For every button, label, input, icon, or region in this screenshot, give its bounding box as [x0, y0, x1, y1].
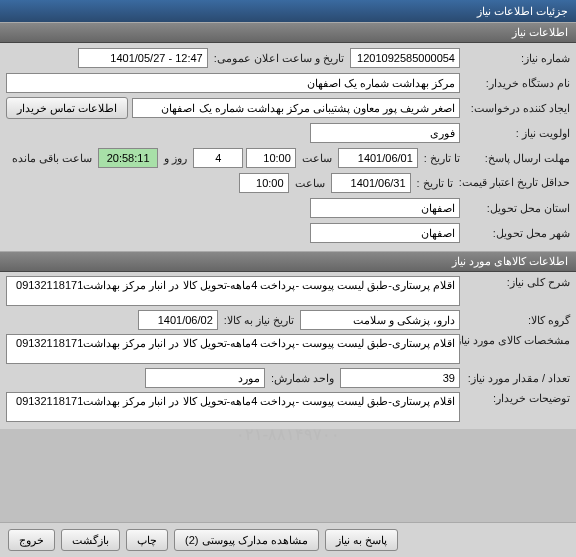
validity-time-label: ساعت — [289, 177, 331, 190]
buyer-field[interactable] — [6, 73, 460, 93]
print-button[interactable]: چاپ — [126, 529, 168, 551]
city-label: شهر محل تحویل: — [460, 227, 570, 240]
goods-unit-field[interactable] — [145, 368, 265, 388]
bottom-toolbar: پاسخ به نیاز مشاهده مدارک پیوستی (2) چاپ… — [0, 522, 576, 557]
remain-days-field — [193, 148, 243, 168]
province-field[interactable] — [310, 198, 460, 218]
goods-spec-field[interactable] — [6, 334, 460, 364]
reply-deadline-label: مهلت ارسال پاسخ: — [460, 152, 570, 165]
goods-spec-label: مشخصات کالای مورد نیاز: — [460, 334, 570, 347]
reply-to-date-label: تا تاریخ : — [418, 152, 460, 165]
attachments-button[interactable]: مشاهده مدارک پیوستی (2) — [174, 529, 319, 551]
window-titlebar: جزئیات اطلاعات نیاز — [0, 0, 576, 22]
goods-qty-label: تعداد / مقدار مورد نیاز: — [460, 372, 570, 385]
validity-to-date-field[interactable] — [331, 173, 411, 193]
buyer-label: نام دستگاه خریدار: — [460, 77, 570, 90]
creator-field[interactable] — [132, 98, 460, 118]
section-need-info: اطلاعات نیاز — [0, 22, 576, 43]
buyer-notes-field[interactable] — [6, 392, 460, 422]
remain-days-label: روز و — [158, 152, 193, 165]
goods-group-field[interactable] — [300, 310, 460, 330]
goods-qty-field[interactable] — [340, 368, 460, 388]
reply-time-field[interactable] — [246, 148, 296, 168]
buyer-notes-label: توضیحات خریدار: — [460, 392, 570, 405]
priority-field[interactable] — [310, 123, 460, 143]
respond-button[interactable]: پاسخ به نیاز — [325, 529, 398, 551]
priority-label: اولویت نیاز : — [460, 127, 570, 140]
need-number-label: شماره نیاز: — [460, 52, 570, 65]
goods-unit-label: واحد شمارش: — [265, 372, 340, 385]
back-button[interactable]: بازگشت — [61, 529, 120, 551]
city-field[interactable] — [310, 223, 460, 243]
remain-label: ساعت باقی مانده — [6, 152, 98, 165]
window-title: جزئیات اطلاعات نیاز — [477, 5, 568, 18]
reply-to-date-field[interactable] — [338, 148, 418, 168]
validity-to-date-label: تا تاریخ : — [411, 177, 453, 190]
contact-buyer-button[interactable]: اطلاعات تماس خریدار — [6, 97, 128, 119]
goods-desc-label: شرح کلی نیاز: — [460, 276, 570, 289]
exit-button[interactable]: خروج — [8, 529, 55, 551]
validity-time-field[interactable] — [239, 173, 289, 193]
remain-time-field — [98, 148, 158, 168]
goods-group-label: گروه کالا: — [460, 314, 570, 327]
reply-time-label: ساعت — [296, 152, 338, 165]
goods-desc-field[interactable] — [6, 276, 460, 306]
announce-field[interactable] — [78, 48, 208, 68]
goods-need-date-field[interactable] — [138, 310, 218, 330]
section-goods-info: اطلاعات کالاهای مورد نیاز — [0, 251, 576, 272]
creator-label: ایجاد کننده درخواست: — [460, 102, 570, 115]
validity-label: حداقل تاریخ اعتبار قیمت: — [453, 176, 570, 189]
goods-need-date-label: تاریخ نیاز به کالا: — [218, 314, 300, 327]
need-number-field[interactable] — [350, 48, 460, 68]
province-label: استان محل تحویل: — [460, 202, 570, 215]
announce-label: تاریخ و ساعت اعلان عمومی: — [208, 52, 350, 65]
